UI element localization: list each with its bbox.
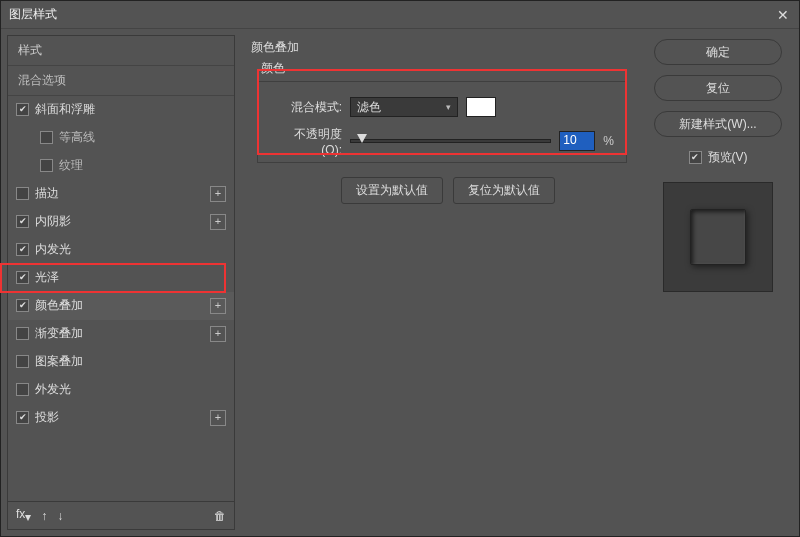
style-item[interactable]: 内发光 — [8, 236, 234, 264]
add-effect-icon[interactable]: + — [210, 410, 226, 426]
style-checkbox[interactable] — [16, 299, 29, 312]
style-checkbox[interactable] — [16, 187, 29, 200]
action-panel: 确定 复位 新建样式(W)... 预览(V) — [643, 35, 793, 530]
add-effect-icon[interactable]: + — [210, 186, 226, 202]
style-item[interactable]: 描边+ — [8, 180, 234, 208]
style-item[interactable]: 外发光 — [8, 376, 234, 404]
percent-label: % — [603, 134, 614, 148]
settings-panel: 颜色叠加 颜色 混合模式: 滤色 ▾ 不透明度(O): 10 % — [241, 35, 637, 530]
blend-mode-value: 滤色 — [357, 99, 381, 116]
opacity-slider[interactable] — [350, 139, 551, 143]
style-list: 斜面和浮雕等高线纹理描边+内阴影+内发光光泽颜色叠加+渐变叠加+图案叠加外发光投… — [8, 96, 234, 501]
style-item-label: 内阴影 — [35, 213, 204, 230]
styles-footer: fx▾ ↑ ↓ 🗑 — [8, 501, 234, 529]
style-item[interactable]: 投影+ — [8, 404, 234, 432]
style-item[interactable]: 等高线 — [8, 124, 234, 152]
preview-label: 预览(V) — [708, 149, 748, 166]
style-checkbox[interactable] — [16, 215, 29, 228]
style-item-label: 光泽 — [35, 269, 226, 286]
dialog-title: 图层样式 — [9, 6, 57, 23]
slider-thumb-icon[interactable] — [357, 134, 367, 143]
style-item[interactable]: 渐变叠加+ — [8, 320, 234, 348]
opacity-label: 不透明度(O): — [276, 126, 342, 157]
style-checkbox[interactable] — [16, 411, 29, 424]
blend-mode-label: 混合模式: — [276, 99, 342, 116]
style-item-label: 纹理 — [59, 157, 226, 174]
blending-options[interactable]: 混合选项 — [8, 66, 234, 96]
panel-title: 颜色叠加 — [251, 39, 627, 56]
reset-button[interactable]: 复位 — [654, 75, 782, 101]
fx-menu-icon[interactable]: fx▾ — [16, 507, 31, 524]
styles-panel: 样式 混合选项 斜面和浮雕等高线纹理描边+内阴影+内发光光泽颜色叠加+渐变叠加+… — [7, 35, 235, 530]
style-item-label: 图案叠加 — [35, 353, 226, 370]
set-default-button[interactable]: 设置为默认值 — [341, 177, 443, 204]
style-checkbox[interactable] — [16, 103, 29, 116]
style-item[interactable]: 图案叠加 — [8, 348, 234, 376]
add-effect-icon[interactable]: + — [210, 326, 226, 342]
style-item-label: 斜面和浮雕 — [35, 101, 226, 118]
add-effect-icon[interactable]: + — [210, 298, 226, 314]
style-item[interactable]: 斜面和浮雕 — [8, 96, 234, 124]
reset-default-button[interactable]: 复位为默认值 — [453, 177, 555, 204]
style-item[interactable]: 颜色叠加+ — [8, 292, 234, 320]
color-swatch[interactable] — [466, 97, 496, 117]
preview-checkbox[interactable] — [689, 151, 702, 164]
style-checkbox[interactable] — [16, 271, 29, 284]
style-item-label: 描边 — [35, 185, 204, 202]
style-item-label: 等高线 — [59, 129, 226, 146]
chevron-down-icon: ▾ — [446, 102, 451, 112]
new-style-button[interactable]: 新建样式(W)... — [654, 111, 782, 137]
style-item-label: 投影 — [35, 409, 204, 426]
style-item-label: 外发光 — [35, 381, 226, 398]
style-item-label: 渐变叠加 — [35, 325, 204, 342]
opacity-value: 10 — [560, 132, 594, 150]
preview-box — [663, 182, 773, 292]
color-group: 混合模式: 滤色 ▾ 不透明度(O): 10 % — [257, 81, 627, 163]
trash-icon[interactable]: 🗑 — [214, 509, 226, 523]
style-item[interactable]: 纹理 — [8, 152, 234, 180]
close-icon[interactable]: ✕ — [775, 7, 791, 23]
style-item-label: 内发光 — [35, 241, 226, 258]
style-checkbox[interactable] — [16, 355, 29, 368]
add-effect-icon[interactable]: + — [210, 214, 226, 230]
style-item[interactable]: 光泽 — [8, 264, 234, 292]
style-checkbox[interactable] — [16, 383, 29, 396]
style-item[interactable]: 内阴影+ — [8, 208, 234, 236]
style-checkbox[interactable] — [40, 159, 53, 172]
style-item-label: 颜色叠加 — [35, 297, 204, 314]
ok-button[interactable]: 确定 — [654, 39, 782, 65]
styles-header: 样式 — [8, 36, 234, 66]
preview-inner — [690, 209, 746, 265]
group-label: 颜色 — [261, 60, 627, 77]
opacity-input[interactable]: 10 — [559, 131, 595, 151]
blend-mode-select[interactable]: 滤色 ▾ — [350, 97, 458, 117]
arrow-up-icon[interactable]: ↑ — [41, 509, 47, 523]
style-checkbox[interactable] — [16, 243, 29, 256]
arrow-down-icon[interactable]: ↓ — [57, 509, 63, 523]
style-checkbox[interactable] — [40, 131, 53, 144]
style-checkbox[interactable] — [16, 327, 29, 340]
